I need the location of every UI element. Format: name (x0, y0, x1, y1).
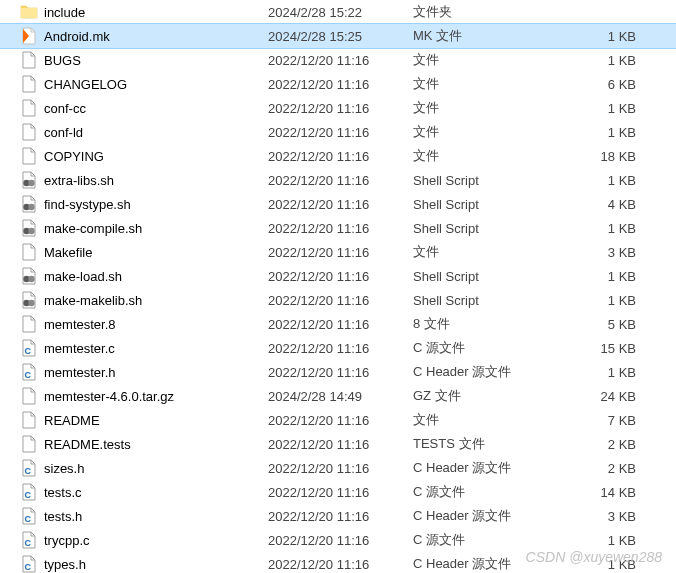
file-name-cell[interactable]: tests.c (20, 483, 268, 501)
file-row[interactable]: include2024/2/28 15:22文件夹 (0, 0, 676, 24)
file-size: 1 KB (568, 365, 648, 380)
file-row[interactable]: make-compile.sh2022/12/20 11:16Shell Scr… (0, 216, 676, 240)
file-name: include (44, 5, 85, 20)
file-name-cell[interactable]: extra-libs.sh (20, 171, 268, 189)
file-name: tests.h (44, 509, 82, 524)
file-row[interactable]: BUGS2022/12/20 11:16文件1 KB (0, 48, 676, 72)
file-name-cell[interactable]: Android.mk (20, 27, 268, 45)
file-size: 1 KB (568, 221, 648, 236)
file-name-cell[interactable]: include (20, 3, 268, 21)
file-name: BUGS (44, 53, 81, 68)
file-name-cell[interactable]: sizes.h (20, 459, 268, 477)
file-name-cell[interactable]: memtester.8 (20, 315, 268, 333)
file-size: 1 KB (568, 269, 648, 284)
file-type: 文件 (413, 123, 568, 141)
file-date: 2022/12/20 11:16 (268, 509, 413, 524)
file-name-cell[interactable]: memtester-4.6.0.tar.gz (20, 387, 268, 405)
file-date: 2022/12/20 11:16 (268, 221, 413, 236)
file-row[interactable]: CHANGELOG2022/12/20 11:16文件6 KB (0, 72, 676, 96)
file-date: 2022/12/20 11:16 (268, 53, 413, 68)
file-row[interactable]: README.tests2022/12/20 11:16TESTS 文件2 KB (0, 432, 676, 456)
file-name-cell[interactable]: BUGS (20, 51, 268, 69)
file-type: C 源文件 (413, 339, 568, 357)
mk-icon (20, 27, 38, 45)
sh-icon (20, 195, 38, 213)
file-type: Shell Script (413, 221, 568, 236)
file-type: Shell Script (413, 293, 568, 308)
file-size: 14 KB (568, 485, 648, 500)
file-name-cell[interactable]: conf-cc (20, 99, 268, 117)
file-icon (20, 435, 38, 453)
file-row[interactable]: tests.c2022/12/20 11:16C 源文件14 KB (0, 480, 676, 504)
file-name: COPYING (44, 149, 104, 164)
file-list[interactable]: include2024/2/28 15:22文件夹Android.mk2024/… (0, 0, 676, 573)
file-icon (20, 99, 38, 117)
c-icon (20, 555, 38, 573)
file-row[interactable]: memtester.h2022/12/20 11:16C Header 源文件1… (0, 360, 676, 384)
file-name-cell[interactable]: conf-ld (20, 123, 268, 141)
file-row[interactable]: find-systype.sh2022/12/20 11:16Shell Scr… (0, 192, 676, 216)
file-name-cell[interactable]: README (20, 411, 268, 429)
file-row[interactable]: Makefile2022/12/20 11:16文件3 KB (0, 240, 676, 264)
file-name: trycpp.c (44, 533, 90, 548)
file-name: memtester.8 (44, 317, 116, 332)
file-size: 24 KB (568, 389, 648, 404)
file-row[interactable]: COPYING2022/12/20 11:16文件18 KB (0, 144, 676, 168)
file-row[interactable]: memtester.c2022/12/20 11:16C 源文件15 KB (0, 336, 676, 360)
file-row[interactable]: make-makelib.sh2022/12/20 11:16Shell Scr… (0, 288, 676, 312)
file-name-cell[interactable]: tests.h (20, 507, 268, 525)
file-row[interactable]: sizes.h2022/12/20 11:16C Header 源文件2 KB (0, 456, 676, 480)
file-name-cell[interactable]: make-compile.sh (20, 219, 268, 237)
file-size: 1 KB (568, 53, 648, 68)
file-row[interactable]: conf-cc2022/12/20 11:16文件1 KB (0, 96, 676, 120)
file-name: conf-ld (44, 125, 83, 140)
file-type: 8 文件 (413, 315, 568, 333)
file-row[interactable]: memtester-4.6.0.tar.gz2024/2/28 14:49GZ … (0, 384, 676, 408)
file-size: 1 KB (568, 173, 648, 188)
sh-icon (20, 219, 38, 237)
file-date: 2022/12/20 11:16 (268, 125, 413, 140)
folder-icon (20, 3, 38, 21)
file-name: CHANGELOG (44, 77, 127, 92)
file-name-cell[interactable]: CHANGELOG (20, 75, 268, 93)
file-size: 1 KB (568, 293, 648, 308)
file-date: 2022/12/20 11:16 (268, 293, 413, 308)
file-date: 2022/12/20 11:16 (268, 533, 413, 548)
file-name: types.h (44, 557, 86, 572)
file-name-cell[interactable]: Makefile (20, 243, 268, 261)
file-name-cell[interactable]: README.tests (20, 435, 268, 453)
file-type: 文件 (413, 75, 568, 93)
file-row[interactable]: conf-ld2022/12/20 11:16文件1 KB (0, 120, 676, 144)
file-date: 2022/12/20 11:16 (268, 341, 413, 356)
file-date: 2022/12/20 11:16 (268, 485, 413, 500)
file-row[interactable]: Android.mk2024/2/28 15:25MK 文件1 KB (0, 24, 676, 48)
file-type: 文件 (413, 243, 568, 261)
file-size: 15 KB (568, 341, 648, 356)
file-row[interactable]: memtester.82022/12/20 11:168 文件5 KB (0, 312, 676, 336)
file-date: 2022/12/20 11:16 (268, 437, 413, 452)
file-row[interactable]: make-load.sh2022/12/20 11:16Shell Script… (0, 264, 676, 288)
c-icon (20, 339, 38, 357)
file-name-cell[interactable]: types.h (20, 555, 268, 573)
file-date: 2022/12/20 11:16 (268, 557, 413, 572)
file-row[interactable]: README2022/12/20 11:16文件7 KB (0, 408, 676, 432)
file-icon (20, 75, 38, 93)
file-name: memtester.h (44, 365, 116, 380)
file-name-cell[interactable]: memtester.c (20, 339, 268, 357)
file-name-cell[interactable]: memtester.h (20, 363, 268, 381)
file-size: 3 KB (568, 245, 648, 260)
file-name-cell[interactable]: trycpp.c (20, 531, 268, 549)
file-name-cell[interactable]: make-load.sh (20, 267, 268, 285)
file-row[interactable]: tests.h2022/12/20 11:16C Header 源文件3 KB (0, 504, 676, 528)
file-name-cell[interactable]: make-makelib.sh (20, 291, 268, 309)
file-row[interactable]: extra-libs.sh2022/12/20 11:16Shell Scrip… (0, 168, 676, 192)
file-size: 6 KB (568, 77, 648, 92)
file-date: 2024/2/28 14:49 (268, 389, 413, 404)
file-date: 2022/12/20 11:16 (268, 101, 413, 116)
file-name: README (44, 413, 100, 428)
sh-icon (20, 267, 38, 285)
file-icon (20, 387, 38, 405)
file-size: 1 KB (568, 101, 648, 116)
file-name-cell[interactable]: find-systype.sh (20, 195, 268, 213)
file-name-cell[interactable]: COPYING (20, 147, 268, 165)
